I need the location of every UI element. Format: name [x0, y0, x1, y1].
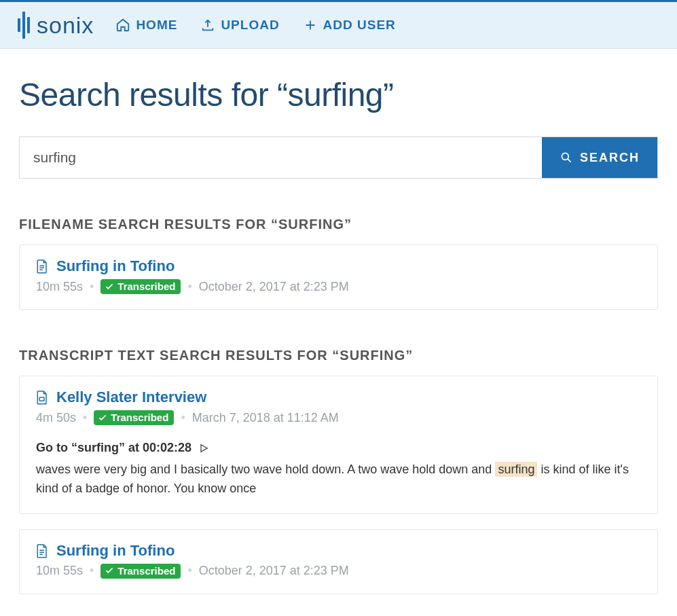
status-badge-label: Transcribed	[117, 565, 175, 577]
nav-home-label: HOME	[136, 18, 177, 33]
result-duration: 10m 55s	[36, 564, 83, 578]
result-meta: 10m 55s • Transcribed • October 2, 2017 …	[36, 564, 641, 579]
svg-line-1	[568, 159, 571, 162]
nav-add-user-label: ADD USER	[323, 18, 396, 33]
video-file-icon	[36, 390, 48, 405]
result-snippet: Go to “surfing” at 00:02:28 waves were v…	[36, 439, 641, 499]
status-badge: Transcribed	[100, 564, 181, 579]
transcript-result-card[interactable]: Kelly Slater Interview 4m 50s • Transcri…	[19, 376, 658, 514]
nav-upload-label: UPLOAD	[221, 18, 279, 33]
search-button[interactable]: SEARCH	[542, 137, 657, 178]
result-meta: 4m 50s • Transcribed • March 7, 2018 at …	[36, 410, 641, 425]
search-icon	[560, 151, 573, 164]
transcript-section-heading: TRANSCRIPT TEXT SEARCH RESULTS FOR “SURF…	[19, 348, 658, 363]
nav-add-user[interactable]: ADD USER	[303, 18, 396, 33]
status-badge-label: Transcribed	[111, 412, 168, 423]
header-bar: sonix HOME UPLOAD ADD USER	[0, 0, 677, 49]
result-date: October 2, 2017 at 2:23 PM	[199, 280, 349, 294]
result-duration: 10m 55s	[36, 280, 83, 294]
page-title: Search results for “surfing”	[19, 76, 658, 113]
result-date: October 2, 2017 at 2:23 PM	[199, 564, 349, 578]
result-title[interactable]: Kelly Slater Interview	[56, 388, 206, 406]
svg-rect-5	[39, 397, 44, 401]
search-bar: SEARCH	[19, 137, 658, 179]
search-button-label: SEARCH	[580, 151, 640, 165]
result-date: March 7, 2018 at 11:12 AM	[192, 411, 339, 425]
upload-icon	[200, 18, 215, 33]
status-badge-label: Transcribed	[117, 280, 175, 292]
logo-bars-icon	[18, 12, 30, 39]
check-icon	[105, 566, 114, 575]
nav-home[interactable]: HOME	[115, 18, 177, 33]
result-meta: 10m 55s • Transcribed • October 2, 2017 …	[36, 279, 641, 294]
svg-marker-6	[201, 445, 207, 452]
excerpt-text: waves were very big and I basically two …	[36, 460, 641, 499]
result-duration: 4m 50s	[36, 411, 76, 425]
transcript-result-card[interactable]: Surfing in Tofino 10m 55s • Transcribed …	[19, 529, 658, 594]
plus-icon	[303, 18, 318, 33]
main-nav: HOME UPLOAD ADD USER	[115, 18, 395, 33]
result-title[interactable]: Surfing in Tofino	[56, 257, 175, 275]
play-icon	[198, 443, 209, 454]
nav-upload[interactable]: UPLOAD	[200, 18, 279, 33]
main-content: Search results for “surfing” SEARCH FILE…	[0, 49, 677, 616]
filename-result-card[interactable]: Surfing in Tofino 10m 55s • Transcribed …	[19, 244, 658, 310]
excerpt-highlight: surfing	[495, 462, 537, 477]
brand-name: sonix	[37, 12, 94, 39]
file-icon	[36, 543, 48, 558]
status-badge: Transcribed	[100, 279, 181, 294]
page-title-prefix: Search results for	[19, 77, 277, 113]
filename-section-heading: FILENAME SEARCH RESULTS FOR “SURFING”	[19, 217, 658, 232]
result-title[interactable]: Surfing in Tofino	[56, 542, 175, 560]
check-icon	[98, 413, 107, 422]
check-icon	[105, 282, 114, 291]
home-icon	[115, 18, 130, 33]
goto-link[interactable]: Go to “surfing” at 00:02:28	[36, 439, 641, 458]
file-icon	[36, 259, 48, 274]
search-input[interactable]	[20, 137, 542, 178]
brand-logo[interactable]: sonix	[18, 12, 94, 39]
goto-label: Go to “surfing” at 00:02:28	[36, 439, 191, 458]
svg-point-0	[562, 153, 568, 160]
excerpt-pre: waves were very big and I basically two …	[36, 463, 495, 476]
page-title-query: “surfing”	[277, 77, 394, 113]
status-badge: Transcribed	[94, 410, 174, 425]
